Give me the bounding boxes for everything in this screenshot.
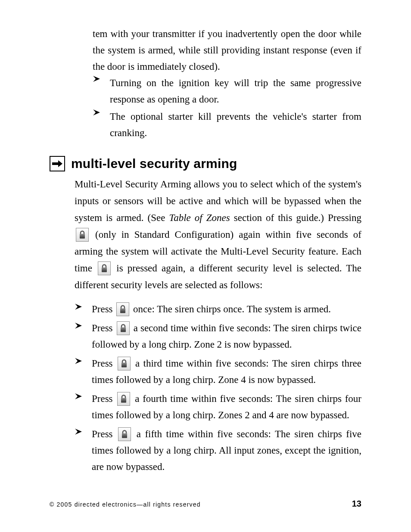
arrowhead-right-icon xyxy=(93,75,102,83)
bullet-text: The optional starter kill prevents the v… xyxy=(110,111,361,138)
section-title: multi-level security arming xyxy=(71,156,237,171)
step-pre: Press xyxy=(92,429,117,439)
bullet-text: Turning on the ignition key will trip th… xyxy=(110,78,361,105)
page-number: 13 xyxy=(352,499,361,509)
lock-button-icon xyxy=(117,321,130,335)
step-post: once: The siren chirps once. The system … xyxy=(131,304,331,314)
lock-button-icon xyxy=(116,302,129,316)
step-pre: Press xyxy=(92,358,116,369)
step-pre: Press xyxy=(92,323,115,333)
steps-list: Press once: The siren chirps once. The s… xyxy=(75,301,361,475)
step-pre: Press xyxy=(92,304,115,314)
step-item: Press a second time within five seconds:… xyxy=(75,320,361,353)
section-multi-level-security: multi-level security arming Multi-Level … xyxy=(50,156,361,475)
para-text: is pressed again, a different security l… xyxy=(75,263,361,290)
arrow-right-box-icon xyxy=(50,156,65,171)
step-post: a fifth time within five seconds: The si… xyxy=(92,429,361,472)
step-post: a second time within five seconds: The s… xyxy=(92,323,361,350)
para-text: section of this guide.) Pressing xyxy=(230,212,361,223)
page: tem with your transmitter if you inadver… xyxy=(0,0,411,532)
step-pre: Press xyxy=(92,393,116,404)
lock-button-icon xyxy=(98,261,111,275)
step-item: Press a third time within five seconds: … xyxy=(75,355,361,388)
arrowhead-right-icon xyxy=(75,322,82,330)
arrowhead-right-icon xyxy=(93,109,102,116)
section-paragraph: Multi-Level Security Arming allows you t… xyxy=(75,176,361,294)
bullet-item: Turning on the ignition key will trip th… xyxy=(93,75,361,108)
section-heading-row: multi-level security arming xyxy=(50,156,361,171)
arrowhead-right-icon xyxy=(75,303,82,311)
para-italic: Table of Zones xyxy=(169,212,230,223)
step-post: a fourth time within five seconds: The s… xyxy=(92,393,361,420)
lock-button-icon xyxy=(76,228,89,242)
arrowhead-right-icon xyxy=(75,428,82,436)
continuation-paragraph: tem with your transmitter if you inadver… xyxy=(93,26,361,75)
arrowhead-right-icon xyxy=(75,392,82,400)
step-item: Press once: The siren chirps once. The s… xyxy=(75,301,361,317)
continuation-block: tem with your transmitter if you inadver… xyxy=(93,26,361,141)
step-item: Press a fourth time within five seconds:… xyxy=(75,391,361,423)
arrowhead-right-icon xyxy=(75,357,82,365)
lock-button-icon xyxy=(118,357,131,370)
step-post: a third time within five seconds: The si… xyxy=(92,358,361,385)
bullet-item: The optional starter kill prevents the v… xyxy=(93,109,361,141)
lock-button-icon xyxy=(118,427,131,441)
page-footer: © 2005 directed electronics—all rights r… xyxy=(50,499,361,509)
step-item: Press a fifth time within five seconds: … xyxy=(75,426,361,475)
lock-button-icon xyxy=(117,392,130,406)
continuation-bullets: Turning on the ignition key will trip th… xyxy=(93,75,361,141)
footer-copyright: © 2005 directed electronics—all rights r… xyxy=(50,501,201,508)
